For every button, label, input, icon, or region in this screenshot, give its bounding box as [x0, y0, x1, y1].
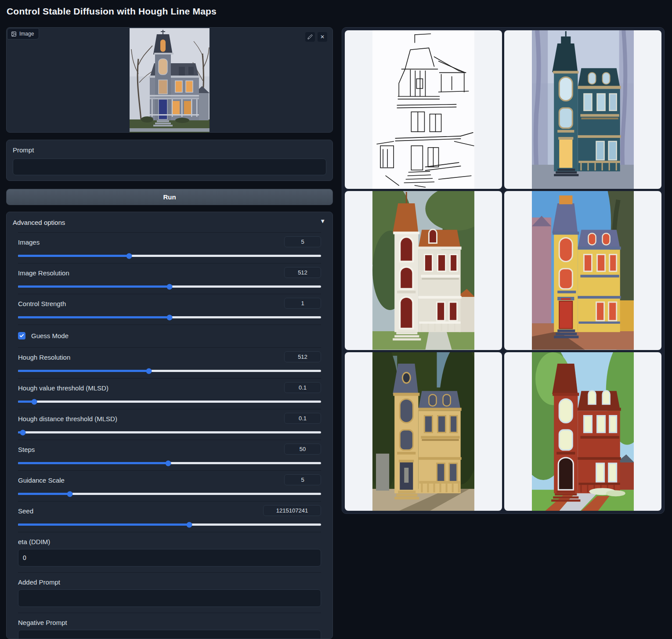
image-input-panel: Image ✕ — [6, 27, 333, 133]
prompt-input[interactable] — [13, 159, 326, 175]
gallery-item-generated-4[interactable] — [345, 352, 502, 511]
negative-prompt-input[interactable] — [18, 630, 321, 639]
slider-handle[interactable] — [167, 314, 173, 320]
image-icon — [11, 31, 17, 37]
slider-images: Images 5 — [18, 232, 321, 263]
slider-label: Image Resolution — [18, 269, 69, 277]
slider-label: Images — [18, 238, 40, 246]
guess-mode-checkbox[interactable] — [18, 332, 25, 339]
edit-image-button[interactable] — [305, 32, 315, 42]
slider-handle[interactable] — [20, 430, 26, 435]
gallery-item-generated-5[interactable] — [504, 352, 661, 511]
slider-label: Hough value threshold (MLSD) — [18, 384, 108, 392]
slider-track[interactable] — [18, 401, 321, 403]
advanced-options-title: Advanced options — [13, 219, 65, 226]
gallery-item-generated-3[interactable] — [504, 191, 661, 350]
added-prompt-row: Added Prompt — [18, 572, 321, 613]
negative-prompt-row: Negative Prompt — [18, 613, 321, 639]
advanced-options-panel: Advanced options ▼ Images 5 Image Resolu… — [6, 212, 333, 639]
triangle-down-icon: ▼ — [320, 218, 325, 224]
slider-label: Seed — [18, 507, 33, 515]
slider-label: Hough distance threshold (MLSD) — [18, 415, 117, 422]
eta-row: eta (DDIM) — [18, 532, 321, 572]
slider-track[interactable] — [18, 370, 321, 372]
slider-track[interactable] — [18, 255, 321, 257]
slider-handle[interactable] — [32, 399, 37, 404]
generated-image-yellow-house — [532, 191, 634, 350]
x-icon: ✕ — [320, 34, 325, 40]
slider-label: Guidance Scale — [18, 477, 65, 484]
slider-handle[interactable] — [167, 284, 173, 289]
generated-image-white-house — [372, 191, 475, 350]
image-input-label: Image — [7, 28, 39, 40]
slider-handle[interactable] — [166, 460, 171, 466]
run-button[interactable]: Run — [6, 189, 333, 205]
slider-hough-resolution: Hough Resolution 512 — [18, 347, 321, 378]
slider-seed: Seed 1215107241 — [18, 501, 321, 532]
slider-handle[interactable] — [186, 522, 192, 527]
slider-value-input[interactable]: 5 — [284, 236, 321, 247]
slider-steps: Steps 50 — [18, 440, 321, 470]
slider-value-input[interactable]: 0.1 — [284, 382, 321, 393]
eta-label: eta (DDIM) — [18, 538, 50, 545]
input-image-photo — [130, 28, 210, 133]
generated-image-golden-house — [372, 352, 475, 511]
slider-value-input[interactable]: 0.1 — [284, 413, 321, 424]
page-title: Control Stable Diffusion with Hough Line… — [7, 6, 217, 17]
prompt-panel: Prompt — [6, 140, 333, 181]
clear-image-button[interactable]: ✕ — [318, 32, 327, 42]
slider-handle[interactable] — [126, 253, 132, 259]
generated-image-red-house — [532, 352, 634, 511]
slider-value-input[interactable]: 512 — [284, 351, 321, 362]
slider-track[interactable] — [18, 316, 321, 318]
image-input-label-text: Image — [19, 31, 34, 37]
slider-value-input[interactable]: 1215107241 — [263, 505, 321, 516]
slider-track[interactable] — [18, 493, 321, 495]
slider-control-strength: Control Strength 1 — [18, 294, 321, 325]
slider-value-input[interactable]: 1 — [284, 298, 321, 309]
hough-line-map-image — [372, 30, 475, 189]
guess-mode-label: Guess Mode — [31, 332, 69, 339]
slider-value-input[interactable]: 50 — [284, 444, 321, 455]
slider-guidance-scale: Guidance Scale 5 — [18, 470, 321, 501]
slider-label: Hough Resolution — [18, 354, 70, 361]
added-prompt-label: Added Prompt — [18, 578, 60, 586]
guess-mode-row: Guess Mode — [18, 325, 321, 347]
slider-image-resolution: Image Resolution 512 — [18, 263, 321, 294]
negative-prompt-label: Negative Prompt — [18, 619, 67, 626]
pencil-icon — [307, 34, 313, 40]
prompt-label: Prompt — [13, 146, 34, 154]
eta-input[interactable] — [18, 549, 321, 567]
gallery-item-generated-2[interactable] — [345, 191, 502, 350]
advanced-options-header[interactable]: Advanced options ▼ — [7, 212, 332, 232]
input-image[interactable] — [130, 28, 210, 133]
slider-handle[interactable] — [146, 368, 152, 374]
slider-track[interactable] — [18, 462, 321, 464]
generated-image-teal-house — [532, 30, 634, 189]
slider-handle[interactable] — [67, 491, 72, 497]
gallery-item-generated-1[interactable] — [504, 30, 661, 189]
slider-value-input[interactable]: 512 — [284, 267, 321, 278]
output-gallery — [342, 27, 665, 514]
slider-hough-distance-threshold: Hough distance threshold (MLSD) 0.1 — [18, 409, 321, 440]
added-prompt-input[interactable] — [18, 589, 321, 607]
slider-track[interactable] — [18, 523, 321, 526]
gallery-item-hough-line-map[interactable] — [345, 30, 502, 189]
slider-label: Control Strength — [18, 300, 66, 307]
slider-hough-value-threshold: Hough value threshold (MLSD) 0.1 — [18, 378, 321, 409]
slider-value-input[interactable]: 5 — [284, 474, 321, 485]
checkmark-icon — [19, 333, 24, 338]
slider-track[interactable] — [18, 285, 321, 288]
slider-label: Steps — [18, 446, 35, 453]
slider-track[interactable] — [18, 431, 321, 433]
